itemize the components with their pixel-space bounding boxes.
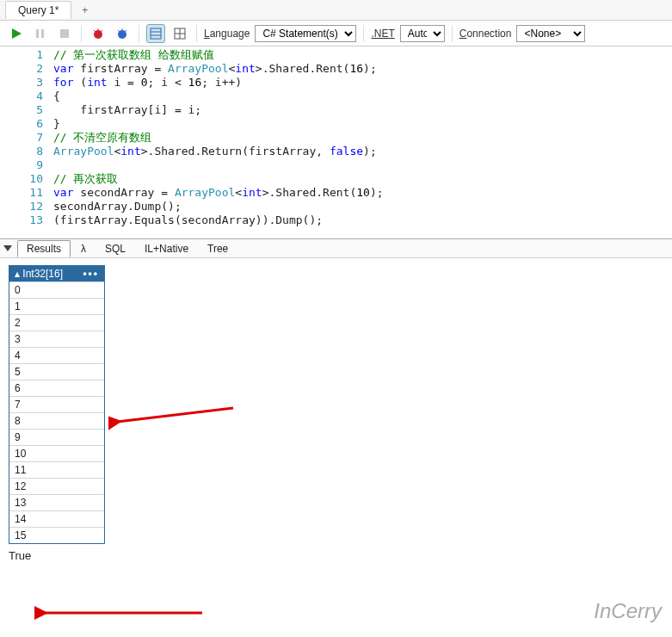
svg-line-7: [101, 30, 102, 32]
table-row: 7: [9, 396, 104, 412]
language-label: Language: [204, 28, 250, 40]
table-row: 14: [9, 510, 104, 527]
table-row: 5: [9, 363, 104, 380]
separator: [81, 25, 82, 42]
separator: [196, 25, 197, 42]
tab-lambda[interactable]: λ: [72, 241, 95, 257]
view-rich-icon[interactable]: [146, 24, 165, 43]
net-label: .NET: [371, 28, 394, 40]
line-gutter: 12345678910111213: [0, 46, 50, 238]
tab-add-button[interactable]: +: [73, 2, 96, 19]
table-row: 13: [9, 494, 104, 510]
debug-blue-icon[interactable]: [113, 24, 132, 43]
output-true: True: [9, 549, 663, 562]
language-select[interactable]: C# Statement(s): [255, 25, 356, 42]
table-row: 11: [9, 461, 104, 478]
dump-menu-icon[interactable]: •••: [83, 268, 99, 280]
svg-rect-12: [151, 28, 161, 39]
table-row: 2: [9, 314, 104, 331]
run-button[interactable]: [7, 24, 26, 43]
table-row: 15: [9, 527, 104, 543]
table-row: 9: [9, 429, 104, 445]
table-row: 8: [9, 412, 104, 429]
svg-marker-0: [12, 28, 22, 39]
separator: [363, 25, 364, 42]
svg-line-6: [94, 30, 96, 32]
table-row: 3: [9, 331, 104, 347]
table-row: 1: [9, 298, 104, 314]
toolbar: Language C# Statement(s) .NET Auto Conne…: [0, 21, 672, 46]
dump-type-label: Int32[16]: [22, 268, 63, 280]
connection-select[interactable]: <None>: [516, 25, 585, 42]
svg-rect-2: [41, 29, 44, 38]
separator: [139, 25, 139, 42]
debug-red-icon[interactable]: [89, 24, 108, 43]
table-row: 0: [9, 281, 104, 298]
svg-line-11: [125, 30, 126, 32]
tab-bar: Query 1* +: [0, 0, 672, 21]
tab-results[interactable]: Results: [17, 240, 71, 257]
tab-tree[interactable]: Tree: [199, 241, 237, 257]
code-editor[interactable]: 12345678910111213 // 第一次获取数组 给数组赋值var fi…: [0, 46, 672, 239]
pause-button[interactable]: [31, 24, 50, 43]
stop-button[interactable]: [55, 24, 74, 43]
view-grid-icon[interactable]: [170, 24, 189, 43]
code-content[interactable]: // 第一次获取数组 给数组赋值var firstArray = ArrayPo…: [50, 46, 672, 238]
watermark: InCerry: [594, 599, 662, 623]
table-row: 10: [9, 445, 104, 461]
net-select[interactable]: Auto: [400, 25, 445, 42]
table-row: 6: [9, 380, 104, 396]
svg-rect-1: [36, 29, 39, 38]
separator: [452, 25, 453, 42]
svg-line-10: [118, 30, 120, 32]
svg-line-19: [117, 408, 233, 422]
dump-table: ▴ Int32[16] ••• 0123456789101112131415: [9, 265, 105, 544]
tab-ilnative[interactable]: IL+Native: [136, 241, 197, 257]
table-row: 4: [9, 347, 104, 363]
query-tab[interactable]: Query 1*: [5, 1, 71, 19]
dump-header[interactable]: ▴ Int32[16] •••: [9, 266, 104, 281]
connection-label: Connection: [459, 28, 512, 40]
collapse-toggle-icon[interactable]: [3, 245, 12, 251]
table-row: 12: [9, 478, 104, 494]
results-tabbar: Results λ SQL IL+Native Tree: [0, 239, 672, 258]
results-pane: ▴ Int32[16] ••• 0123456789101112131415 T…: [0, 258, 672, 628]
svg-rect-3: [60, 29, 69, 38]
annotation-arrow-1: [108, 403, 237, 430]
annotation-arrow-2: [34, 603, 207, 623]
tab-sql[interactable]: SQL: [96, 241, 134, 257]
